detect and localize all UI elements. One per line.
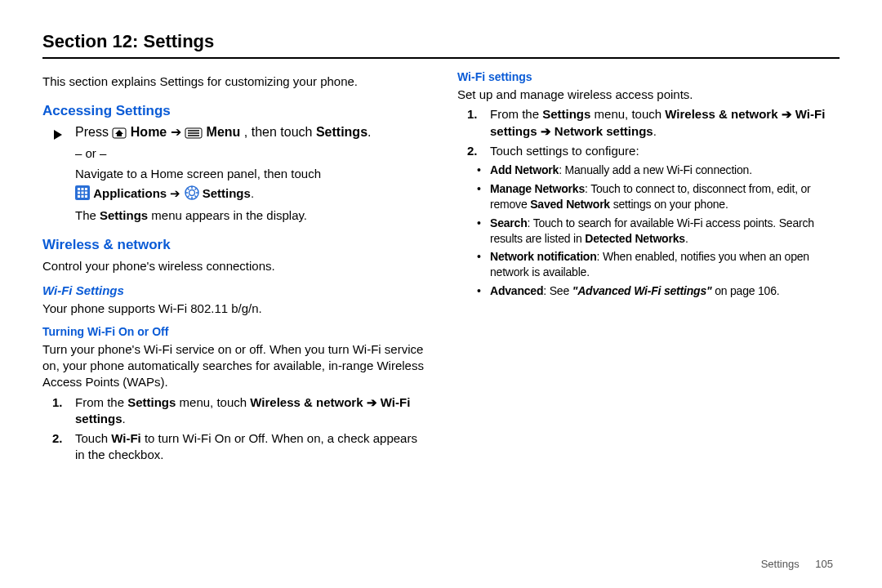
apps-grid-icon (75, 185, 90, 204)
turning-step-1: 1. From the Settings menu, touch Wireles… (75, 394, 425, 428)
text-or: – or – (42, 145, 425, 162)
access-instruction-line1: Press Home ➔ Menu , then touch Settings. (42, 124, 425, 142)
svg-rect-8 (78, 188, 80, 190)
text-settings: Settings (316, 125, 368, 139)
svg-rect-16 (85, 195, 87, 198)
heading-wifi-settings-2: Wi-Fi settings (457, 70, 840, 83)
heading-wireless-network: Wireless & network (42, 237, 425, 253)
text-applications: Applications (93, 186, 167, 200)
svg-rect-9 (82, 188, 84, 190)
wifi2-intro: Set up and manage wireless access points… (457, 87, 840, 103)
svg-rect-12 (82, 191, 84, 194)
turning-step-2: 2. Touch Wi-Fi to turn Wi-Fi On or Off. … (75, 430, 425, 464)
text-navigate: Navigate to a Home screen panel, then to… (42, 166, 425, 182)
wifi-support: Your phone supports Wi-Fi 802.11 b/g/n. (42, 301, 425, 317)
bullet-network-notification: Network notification: When enabled, noti… (490, 249, 840, 280)
svg-line-23 (187, 188, 189, 189)
apps-settings-line: Applications ➔ Settings. (42, 185, 425, 204)
menu-icon (185, 127, 203, 142)
turning-body: Turn your phone's Wi-Fi service on or of… (42, 341, 425, 391)
play-bullet-icon (54, 126, 62, 140)
heading-turning-wifi: Turning Wi-Fi On or Off (42, 325, 425, 338)
wifi2-bullets: Add Network: Manually add a new Wi-Fi co… (457, 163, 840, 299)
intro-text: This section explains Settings for custo… (42, 74, 425, 90)
heading-accessing-settings: Accessing Settings (42, 103, 425, 119)
text-arrow1: ➔ (171, 125, 185, 139)
bullet-advanced: Advanced: See "Advanced Wi-Fi settings" … (490, 283, 840, 299)
page-footer: Settings 105 (761, 558, 833, 570)
settings-gear-icon (185, 185, 199, 204)
svg-rect-11 (78, 191, 80, 194)
text-settings-result: The Settings menu appears in the display… (42, 207, 425, 224)
text-menu: Menu (207, 125, 241, 139)
footer-section-label: Settings (761, 558, 800, 570)
svg-line-26 (187, 195, 189, 197)
bullet-manage-networks: Manage Networks: Touch to connect to, di… (490, 181, 840, 212)
footer-page-number: 105 (815, 558, 833, 570)
svg-marker-0 (54, 130, 62, 140)
text-press: Press (75, 125, 112, 139)
bullet-add-network: Add Network: Manually add a new Wi-Fi co… (490, 163, 840, 178)
svg-line-25 (194, 188, 196, 189)
text-then-touch: , then touch (244, 125, 316, 139)
left-column: This section explains Settings for custo… (42, 70, 425, 467)
text-arrow2: ➔ (170, 186, 184, 200)
text-settings2: Settings (203, 186, 251, 200)
svg-rect-10 (85, 188, 87, 190)
svg-rect-15 (82, 195, 84, 198)
section-title: Section 12: Settings (42, 31, 840, 59)
wifi2-step-1: 1. From the Settings menu, touch Wireles… (490, 106, 840, 140)
bullet-search: Search: Touch to search for available Wi… (490, 216, 840, 247)
svg-point-18 (189, 189, 194, 195)
svg-line-24 (194, 195, 196, 197)
svg-rect-13 (85, 191, 87, 194)
wireless-intro: Control your phone's wireless connection… (42, 258, 425, 274)
svg-rect-14 (78, 195, 80, 198)
svg-marker-2 (115, 130, 123, 136)
heading-wifi-settings: Wi-Fi Settings (42, 283, 425, 297)
turning-steps: 1. From the Settings menu, touch Wireles… (42, 394, 425, 464)
right-column: Wi-Fi settings Set up and manage wireles… (457, 70, 840, 467)
wifi2-step-2: 2. Touch settings to configure: (490, 143, 840, 159)
wifi2-steps: 1. From the Settings menu, touch Wireles… (457, 106, 840, 159)
text-home: Home (131, 125, 167, 139)
home-icon (112, 127, 127, 142)
